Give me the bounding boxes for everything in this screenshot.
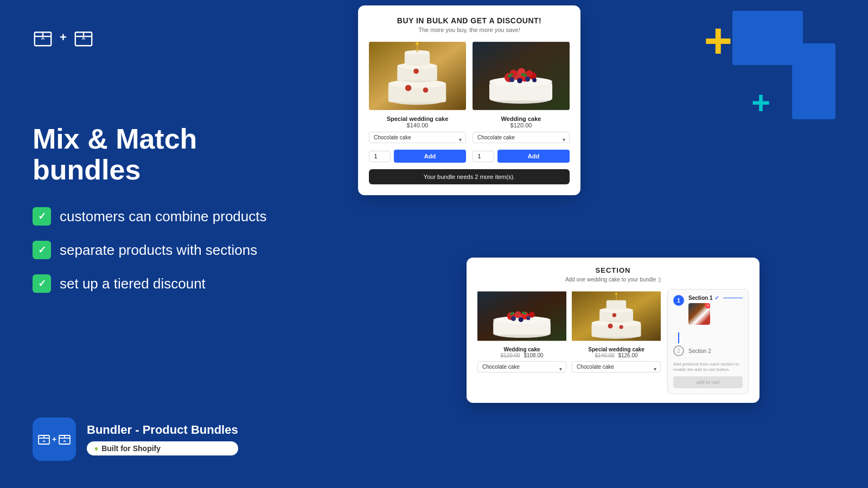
- product-2-name: Wedding cake: [473, 115, 570, 122]
- feature-item-3: set up a tiered discount: [33, 274, 304, 293]
- step-divider: [678, 332, 679, 343]
- step-2-number: 2: [673, 345, 684, 356]
- step-1-line: [723, 298, 743, 298]
- brand-text-area: Bundler - Product Bundles ♦ Built for Sh…: [87, 423, 238, 455]
- card-top: BUY IN BULK AND GET A DISCOUNT! The more…: [358, 5, 580, 195]
- svg-point-60: [612, 313, 616, 317]
- brand-box-icon-right: [58, 433, 71, 446]
- product-2-variant-wrapper: Chocolate cake: [473, 132, 570, 146]
- bottom-product-img-1: [477, 289, 566, 343]
- svg-point-14: [405, 85, 412, 91]
- step-1-content: Section 1 ✓ ×: [688, 295, 743, 325]
- brand-logo-inner: +: [37, 433, 71, 446]
- product-1-add-button[interactable]: Add: [394, 150, 466, 163]
- svg-point-59: [619, 325, 623, 329]
- main-heading: Mix & Match bundles: [33, 124, 304, 185]
- bottom-product-2-price: $140.00 $126.00: [572, 352, 661, 358]
- step-2-label: Section 2: [688, 348, 711, 354]
- card-top-subtitle: The more you buy, the more you save!: [369, 27, 570, 33]
- feature-list: customers can combine products separate …: [33, 207, 304, 293]
- bottom-cake-img-2: [572, 289, 661, 343]
- product-1-variant-wrapper: Chocolate cake: [369, 132, 466, 146]
- svg-point-46: [526, 316, 530, 320]
- bottom-product-2-name: Special wedding cake: [572, 346, 661, 352]
- svg-point-32: [525, 76, 531, 82]
- svg-point-45: [519, 317, 524, 322]
- svg-point-41: [514, 311, 521, 318]
- product-1-price: $140.00: [369, 122, 466, 129]
- shopify-diamond-icon: ♦: [94, 444, 98, 453]
- card-top-title: BUY IN BULK AND GET A DISCOUNT!: [369, 16, 570, 25]
- svg-point-33: [532, 78, 537, 82]
- bottom-product-card-2: Special wedding cake $140.00 $126.00 Cho…: [572, 289, 661, 394]
- products-grid: Special wedding cake $140.00 Chocolate c…: [369, 41, 570, 163]
- svg-point-31: [517, 78, 522, 84]
- product-2-add-button[interactable]: Add: [497, 150, 570, 163]
- step-1-title: Section 1 ✓: [688, 295, 743, 301]
- step-1: 1 Section 1 ✓ ×: [673, 295, 743, 325]
- product-2-price: $120.00: [473, 122, 570, 129]
- add-to-cart-button[interactable]: add to cart: [673, 376, 743, 388]
- brand-name: Bundler - Product Bundles: [87, 423, 238, 437]
- product-card-1: Special wedding cake $140.00 Chocolate c…: [369, 41, 466, 163]
- svg-point-58: [608, 324, 613, 329]
- left-section: + Mix & Match bundles customers can comb…: [0, 0, 336, 488]
- cake-image-2: [473, 41, 570, 111]
- feature-text-2: separate products with sections: [60, 242, 257, 259]
- feature-text-3: set up a tiered discount: [60, 275, 206, 292]
- shopify-badge: ♦ Built for Shopify: [87, 441, 238, 455]
- step-1-checkmark: ✓: [714, 295, 719, 301]
- bottom-product-1-price-new: $108.00: [524, 352, 543, 358]
- brand-box-icon-left: [37, 433, 50, 446]
- feature-item-1: customers can combine products: [33, 207, 304, 226]
- bottom-product-img-2: [572, 289, 661, 343]
- bottom-branding: + Bundler - Product Bundles ♦ Built for …: [33, 418, 238, 461]
- card-bottom: SECTION Add one wedding cake to your bun…: [467, 258, 760, 403]
- cake-image-1: [369, 41, 466, 111]
- feature-text-1: customers can combine products: [60, 208, 267, 225]
- product-1-name: Special wedding cake: [369, 115, 466, 122]
- box-icon-right: [73, 27, 94, 48]
- bottom-product-1-variant-select[interactable]: Chocolate cake: [477, 361, 566, 373]
- bottom-product-1-variant-wrapper: Chocolate cake: [477, 361, 566, 376]
- check-icon-2: [33, 241, 51, 259]
- section-label: SECTION: [477, 266, 749, 274]
- svg-point-44: [511, 316, 516, 321]
- brand-logo-box: +: [33, 418, 76, 461]
- add-to-cart-hint: Add products from each section to enable…: [673, 362, 743, 373]
- bottom-card-layout: Wedding cake $120.00 $108.00 Chocolate c…: [477, 289, 749, 394]
- feature-item-2: separate products with sections: [33, 241, 304, 259]
- svg-point-29: [526, 70, 533, 76]
- product-1-variant-select[interactable]: Chocolate cake: [369, 132, 466, 143]
- product-2-add-row: Add: [473, 150, 570, 163]
- svg-point-30: [509, 77, 515, 82]
- bottom-product-1-name: Wedding cake: [477, 346, 566, 352]
- step-1-thumbnail: ×: [688, 303, 710, 325]
- bottom-cake-img-1: [477, 289, 566, 343]
- logo-icon: +: [33, 27, 94, 48]
- product-1-qty-input[interactable]: [369, 151, 391, 162]
- section-desc: Add one wedding cake to your bundle :): [477, 277, 749, 282]
- product-2-qty-input[interactable]: [473, 151, 494, 162]
- side-panel: 1 Section 1 ✓ × 2 Section 2: [667, 289, 749, 394]
- product-image-1: [369, 41, 466, 111]
- product-card-2: Wedding cake $120.00 Chocolate cake Add: [473, 41, 570, 163]
- svg-point-16: [413, 68, 419, 74]
- bottom-product-2-variant-select[interactable]: Chocolate cake: [572, 361, 661, 373]
- blue-rect-2: [792, 43, 835, 119]
- svg-point-15: [423, 87, 429, 93]
- bottom-product-2-price-new: $126.00: [618, 352, 637, 358]
- thumb-close-icon[interactable]: ×: [705, 303, 710, 309]
- step-1-number: 1: [673, 295, 684, 306]
- check-icon-1: [33, 207, 51, 226]
- logo-area: +: [33, 27, 304, 48]
- product-image-2: [473, 41, 570, 111]
- card-top-header: BUY IN BULK AND GET A DISCOUNT! The more…: [369, 16, 570, 33]
- product-2-variant-select[interactable]: Chocolate cake: [473, 132, 570, 143]
- section-header: SECTION: [477, 266, 749, 274]
- step-2: 2 Section 2: [673, 345, 743, 356]
- bundle-toast: Your bundle needs 2 more item(s).: [369, 169, 570, 184]
- check-icon-3: [33, 274, 51, 293]
- box-icon-left: [33, 27, 53, 48]
- shopify-badge-text: Built for Shopify: [101, 444, 161, 453]
